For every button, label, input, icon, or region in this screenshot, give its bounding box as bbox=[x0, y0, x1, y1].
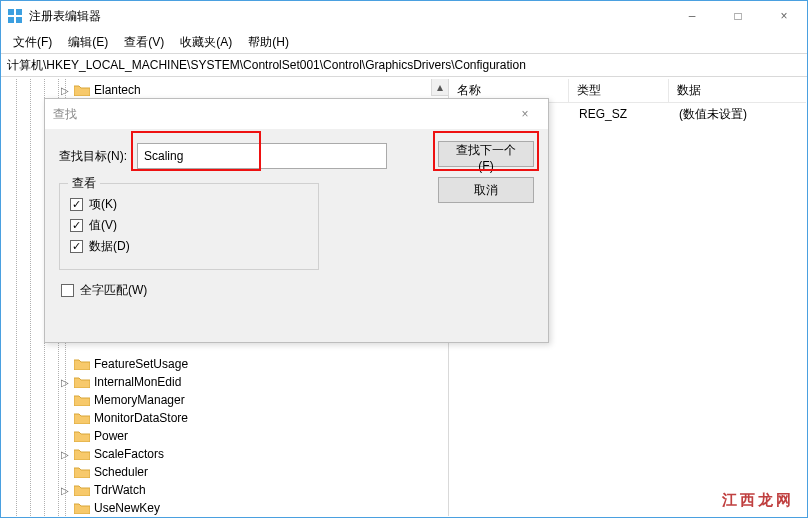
expander-icon[interactable] bbox=[58, 357, 72, 371]
col-data[interactable]: 数据 bbox=[669, 79, 806, 102]
tree-item-label: MemoryManager bbox=[94, 393, 185, 407]
minimize-button[interactable]: – bbox=[669, 1, 715, 31]
expander-icon[interactable] bbox=[58, 393, 72, 407]
close-button[interactable]: × bbox=[761, 1, 807, 31]
window-controls: – □ × bbox=[669, 1, 807, 31]
dialog-titlebar[interactable]: 查找 × bbox=[45, 99, 548, 129]
checkbox-data[interactable] bbox=[70, 240, 83, 253]
folder-icon bbox=[74, 393, 90, 407]
tree-item-label: UseNewKey bbox=[94, 501, 160, 515]
minimize-icon: – bbox=[689, 9, 696, 23]
checkbox-whole-word[interactable] bbox=[61, 284, 74, 297]
tree-item[interactable]: MemoryManager bbox=[2, 391, 448, 409]
find-dialog[interactable]: 查找 × 查找目标(N): 查找下一个(F) 取消 查看 项(K) bbox=[44, 98, 549, 343]
maximize-icon: □ bbox=[734, 9, 741, 23]
col-type[interactable]: 类型 bbox=[569, 79, 669, 102]
folder-icon bbox=[74, 357, 90, 371]
watermark: 江西龙网 bbox=[714, 489, 802, 512]
address-bar bbox=[1, 53, 807, 77]
tree-item[interactable]: ▷ Elantech bbox=[2, 81, 448, 99]
tree-item-label: Power bbox=[94, 429, 128, 443]
menubar: 文件(F) 编辑(E) 查看(V) 收藏夹(A) 帮助(H) bbox=[1, 31, 807, 53]
expander-icon[interactable] bbox=[58, 429, 72, 443]
tree-item-label: Elantech bbox=[94, 83, 141, 97]
tree-item[interactable]: Power bbox=[2, 427, 448, 445]
tree-item-label: TdrWatch bbox=[94, 483, 146, 497]
dialog-title: 查找 bbox=[53, 106, 77, 123]
menu-view[interactable]: 查看(V) bbox=[116, 32, 172, 53]
find-next-button[interactable]: 查找下一个(F) bbox=[438, 141, 534, 167]
expander-icon[interactable] bbox=[58, 465, 72, 479]
look-at-legend: 查看 bbox=[68, 175, 100, 192]
folder-icon bbox=[74, 83, 90, 97]
tree-item[interactable]: FeatureSetUsage bbox=[2, 355, 448, 373]
dialog-close-button[interactable]: × bbox=[502, 99, 548, 129]
maximize-button[interactable]: □ bbox=[715, 1, 761, 31]
checkbox-keys-label: 项(K) bbox=[89, 196, 117, 213]
regedit-app-icon bbox=[7, 8, 23, 24]
svg-rect-0 bbox=[8, 9, 14, 15]
find-label: 查找目标(N): bbox=[59, 148, 127, 165]
folder-icon bbox=[74, 447, 90, 461]
window-title: 注册表编辑器 bbox=[29, 8, 101, 25]
svg-rect-3 bbox=[16, 17, 22, 23]
expander-icon[interactable] bbox=[58, 501, 72, 515]
checkbox-data-label: 数据(D) bbox=[89, 238, 130, 255]
expander-icon[interactable]: ▷ bbox=[58, 483, 72, 497]
expander-icon[interactable]: ▷ bbox=[58, 447, 72, 461]
expander-icon[interactable]: ▷ bbox=[58, 375, 72, 389]
folder-icon bbox=[74, 483, 90, 497]
tree-item-label: InternalMonEdid bbox=[94, 375, 181, 389]
menu-edit[interactable]: 编辑(E) bbox=[60, 32, 116, 53]
titlebar[interactable]: 注册表编辑器 – □ × bbox=[1, 1, 807, 31]
tree-item[interactable]: ▷ ScaleFactors bbox=[2, 445, 448, 463]
folder-icon bbox=[74, 429, 90, 443]
folder-icon bbox=[74, 375, 90, 389]
tree-item[interactable]: ▷ InternalMonEdid bbox=[2, 373, 448, 391]
dialog-body: 查找目标(N): 查找下一个(F) 取消 查看 项(K) 值(V) bbox=[45, 129, 548, 309]
menu-favorites[interactable]: 收藏夹(A) bbox=[172, 32, 240, 53]
folder-icon bbox=[74, 411, 90, 425]
tree-item[interactable]: Scheduler bbox=[2, 463, 448, 481]
expander-icon[interactable]: ▷ bbox=[58, 83, 72, 97]
svg-rect-1 bbox=[16, 9, 22, 15]
svg-rect-2 bbox=[8, 17, 14, 23]
tree-item-label: FeatureSetUsage bbox=[94, 357, 188, 371]
value-data: (数值未设置) bbox=[671, 106, 806, 123]
cancel-button[interactable]: 取消 bbox=[438, 177, 534, 203]
tree-item[interactable]: MonitorDataStore bbox=[2, 409, 448, 427]
tree-item-label: Scheduler bbox=[94, 465, 148, 479]
checkbox-whole-word-label: 全字匹配(W) bbox=[80, 282, 147, 299]
tree-item-label: MonitorDataStore bbox=[94, 411, 188, 425]
menu-help[interactable]: 帮助(H) bbox=[240, 32, 297, 53]
tree-item-label: ScaleFactors bbox=[94, 447, 164, 461]
checkbox-keys[interactable] bbox=[70, 198, 83, 211]
tree-item[interactable]: ▷ TdrWatch bbox=[2, 481, 448, 499]
folder-icon bbox=[74, 501, 90, 515]
address-input[interactable] bbox=[1, 55, 807, 75]
checkbox-values-label: 值(V) bbox=[89, 217, 117, 234]
checkbox-values[interactable] bbox=[70, 219, 83, 232]
regedit-window: 注册表编辑器 – □ × 文件(F) 编辑(E) 查看(V) 收藏夹(A) 帮助… bbox=[0, 0, 808, 518]
expander-icon[interactable] bbox=[58, 411, 72, 425]
tree-item[interactable]: UseNewKey bbox=[2, 499, 448, 516]
look-at-group: 查看 项(K) 值(V) 数据(D) bbox=[59, 183, 319, 270]
close-icon: × bbox=[521, 107, 528, 121]
find-input[interactable] bbox=[137, 143, 387, 169]
value-type: REG_SZ bbox=[571, 107, 671, 121]
close-icon: × bbox=[780, 9, 787, 23]
menu-file[interactable]: 文件(F) bbox=[5, 32, 60, 53]
folder-icon bbox=[74, 465, 90, 479]
